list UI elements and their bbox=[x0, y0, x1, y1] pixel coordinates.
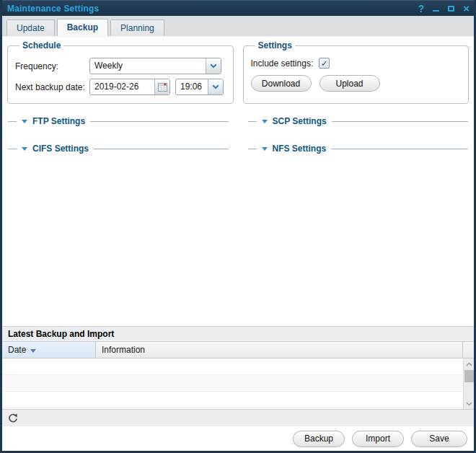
titlebar: Maintenance Settings ? × bbox=[2, 0, 474, 16]
maintenance-settings-window: Maintenance Settings ? × Update Backup P… bbox=[0, 0, 476, 453]
table-scrollbar[interactable] bbox=[463, 359, 474, 409]
column-header-information-label: Information bbox=[102, 345, 145, 355]
close-button[interactable]: × bbox=[463, 3, 470, 14]
section-cifs-settings[interactable]: CIFS Settings bbox=[8, 144, 229, 154]
frequency-dropdown-button[interactable] bbox=[206, 58, 221, 74]
tab-update[interactable]: Update bbox=[6, 19, 55, 36]
download-button[interactable]: Download bbox=[251, 75, 312, 92]
column-header-date-label: Date bbox=[8, 345, 26, 355]
upload-button[interactable]: Upload bbox=[319, 75, 380, 92]
latest-backup-title: Latest Backup and Import bbox=[2, 326, 474, 342]
include-settings-checkbox[interactable]: ✓ bbox=[319, 58, 330, 69]
next-backup-time-value: 19:06 bbox=[176, 79, 208, 94]
collapse-chevron-icon bbox=[22, 120, 27, 123]
include-settings-label: Include settings: bbox=[251, 58, 314, 69]
divider-line bbox=[332, 121, 468, 122]
table-row bbox=[2, 375, 474, 392]
scrollbar-thumb[interactable] bbox=[464, 370, 474, 382]
collapse-chevron-icon bbox=[262, 147, 268, 151]
chevron-up-icon bbox=[466, 362, 472, 366]
save-button[interactable]: Save bbox=[411, 431, 467, 447]
divider-line bbox=[8, 121, 17, 122]
import-button[interactable]: Import bbox=[352, 431, 404, 447]
collapse-chevron-icon bbox=[262, 120, 268, 123]
next-backup-row: Next backup date: 2019-02-26 bbox=[15, 79, 226, 95]
time-dropdown-button[interactable] bbox=[208, 79, 223, 94]
frequency-select[interactable]: Weekly bbox=[89, 58, 221, 74]
backup-button[interactable]: Backup bbox=[293, 431, 345, 447]
section-label: CIFS Settings bbox=[32, 144, 89, 154]
divider-line bbox=[8, 149, 17, 149]
table-toolbar bbox=[2, 409, 474, 426]
next-backup-date-value: 2019-02-26 bbox=[90, 79, 154, 94]
chevron-down-icon bbox=[466, 402, 472, 406]
calendar-icon bbox=[158, 82, 167, 92]
section-scp-settings[interactable]: SCP Settings bbox=[248, 116, 469, 126]
frequency-row: Frequency: Weekly bbox=[15, 58, 226, 74]
divider-line bbox=[331, 149, 468, 149]
divider-line bbox=[90, 121, 228, 122]
settings-buttons-row: Download Upload bbox=[251, 75, 462, 92]
table-row bbox=[2, 359, 474, 375]
backup-tab-content: Schedule Frequency: Weekly Next backup d… bbox=[2, 36, 474, 451]
section-ftp-settings[interactable]: FTP Settings bbox=[8, 116, 229, 126]
tab-planning[interactable]: Planning bbox=[110, 19, 164, 36]
calendar-picker-button[interactable] bbox=[154, 79, 169, 94]
header-scrollbar-spacer bbox=[463, 342, 474, 358]
footer-bar: Backup Import Save bbox=[2, 426, 474, 451]
chevron-down-icon bbox=[212, 84, 219, 89]
top-groups-row: Schedule Frequency: Weekly Next backup d… bbox=[7, 40, 469, 104]
settings-legend: Settings bbox=[255, 40, 295, 50]
minimize-icon bbox=[433, 10, 439, 12]
next-backup-label: Next backup date: bbox=[15, 82, 89, 92]
next-backup-time-select[interactable]: 19:06 bbox=[175, 79, 224, 95]
tab-bar: Update Backup Planning bbox=[2, 16, 474, 36]
chevron-down-icon bbox=[210, 63, 217, 69]
section-label: FTP Settings bbox=[32, 116, 85, 126]
include-settings-row: Include settings: ✓ bbox=[251, 58, 462, 69]
frequency-label: Frequency: bbox=[15, 61, 89, 71]
content-spacer bbox=[2, 154, 474, 326]
scroll-down-button[interactable] bbox=[464, 398, 475, 409]
schedule-group: Schedule Frequency: Weekly Next backup d… bbox=[7, 40, 234, 104]
section-label: SCP Settings bbox=[273, 116, 327, 126]
column-header-date[interactable]: Date bbox=[2, 342, 96, 358]
window-controls: ? × bbox=[418, 3, 470, 14]
window-title: Maintenance Settings bbox=[7, 4, 99, 14]
minimize-button[interactable] bbox=[433, 3, 439, 14]
refresh-icon bbox=[7, 413, 19, 424]
frequency-value: Weekly bbox=[90, 58, 206, 74]
section-label: NFS Settings bbox=[273, 144, 327, 154]
section-nfs-settings[interactable]: NFS Settings bbox=[248, 144, 469, 154]
schedule-legend: Schedule bbox=[19, 40, 63, 50]
next-backup-date-input[interactable]: 2019-02-26 bbox=[89, 79, 170, 95]
sort-desc-icon bbox=[30, 349, 36, 353]
divider-line bbox=[248, 121, 257, 122]
table-body bbox=[2, 359, 474, 409]
tab-backup[interactable]: Backup bbox=[57, 19, 108, 36]
maximize-button[interactable] bbox=[448, 3, 454, 14]
scroll-up-button[interactable] bbox=[464, 359, 475, 369]
protocol-sections: FTP Settings SCP Settings CIFS Settings … bbox=[8, 116, 468, 154]
column-header-information[interactable]: Information bbox=[96, 342, 463, 358]
divider-line bbox=[248, 149, 257, 149]
settings-group: Settings Include settings: ✓ Download Up… bbox=[243, 40, 470, 104]
table-header-row: Date Information bbox=[2, 342, 474, 359]
table-row bbox=[2, 392, 474, 408]
refresh-button[interactable] bbox=[7, 413, 19, 424]
divider-line bbox=[94, 149, 228, 149]
maximize-icon bbox=[448, 6, 454, 12]
help-button[interactable]: ? bbox=[418, 3, 425, 14]
collapse-chevron-icon bbox=[22, 147, 27, 151]
